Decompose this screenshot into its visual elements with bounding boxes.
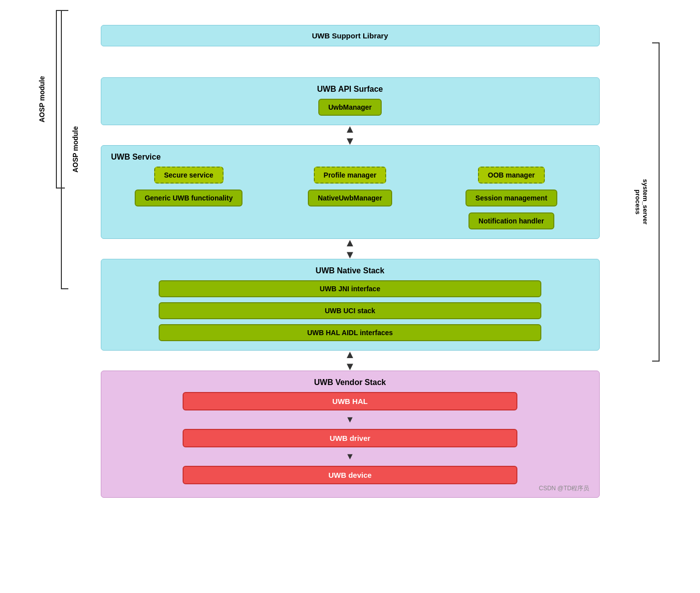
vendor-stack-items: UWB HAL ▼ UWB driver ▼ UWB device — [111, 392, 589, 484]
uwb-native-stack-title: UWB Native Stack — [111, 266, 589, 275]
secure-service-cell: Secure service — [111, 167, 266, 184]
session-management-cell: Session management — [434, 190, 589, 206]
empty-cell-1 — [111, 212, 266, 229]
vendor-arrow-2: ▼ — [346, 451, 355, 462]
arrow-1 — [101, 51, 600, 71]
session-management-box: Session management — [466, 190, 557, 206]
uwb-service-block: UWB Service Secure service Profile manag… — [101, 145, 600, 239]
notification-handler-cell: Notification handler — [434, 212, 589, 229]
vendor-arrow-1: ▼ — [346, 414, 355, 425]
native-uwb-manager-cell: NativeUwbManager — [272, 190, 428, 206]
bidirectional-arrow-1: ▲ ▼ — [345, 124, 356, 147]
aosp-label: AOSP module — [37, 76, 45, 122]
profile-manager-box: Profile manager — [314, 167, 387, 184]
oob-manager-cell: OOB manager — [434, 167, 589, 184]
profile-manager-cell: Profile manager — [272, 167, 428, 184]
system-server-label: system_server process — [634, 179, 649, 224]
uwb-jni-interface-box: UWB JNI interface — [159, 280, 541, 297]
uwb-api-surface-block: UWB API Surface UwbManager — [101, 77, 600, 125]
uwb-manager-box: UwbManager — [318, 99, 382, 116]
uwb-support-library: UWB Support Library — [101, 25, 600, 46]
watermark: CSDN @TD程序员 — [539, 484, 590, 493]
bidirectional-arrow-3: ▲ ▼ — [345, 349, 356, 372]
uwb-hal-aidl-box: UWB HAL AIDL interfaces — [159, 324, 541, 341]
uwb-device-box: UWB device — [183, 466, 517, 484]
native-stack-items: UWB JNI interface UWB UCI stack UWB HAL … — [111, 280, 589, 341]
generic-uwb-box: Generic UWB functionality — [135, 190, 243, 206]
arrow-native-vendor: ▲ ▼ — [101, 351, 600, 371]
uwb-native-stack-block: UWB Native Stack UWB JNI interface UWB U… — [101, 259, 600, 351]
bidirectional-arrow-2: ▲ ▼ — [345, 237, 356, 260]
generic-uwb-cell: Generic UWB functionality — [111, 190, 266, 206]
uwb-driver-box: UWB driver — [183, 429, 517, 447]
empty-cell-2 — [272, 212, 428, 229]
notification-handler-box: Notification handler — [468, 212, 554, 229]
uwb-service-title: UWB Service — [111, 153, 589, 162]
service-grid: Secure service Profile manager OOB manag… — [111, 167, 589, 229]
native-uwb-manager-box: NativeUwbManager — [308, 190, 392, 206]
arrow-api-service: ▲ ▼ — [101, 125, 600, 145]
aosp-module-label: AOSP module — [71, 126, 79, 173]
oob-manager-box: OOB manager — [478, 167, 545, 184]
uwb-vendor-stack-block: UWB Vendor Stack UWB HAL ▼ UWB driver ▼ … — [101, 371, 600, 498]
uwb-api-surface-title: UWB API Surface — [111, 85, 589, 94]
arrow-service-native: ▲ ▼ — [101, 239, 600, 259]
uwb-hal-box: UWB HAL — [183, 392, 517, 410]
secure-service-box: Secure service — [154, 167, 224, 184]
uwb-uci-stack-box: UWB UCI stack — [159, 302, 541, 319]
uwb-vendor-stack-title: UWB Vendor Stack — [111, 378, 589, 387]
